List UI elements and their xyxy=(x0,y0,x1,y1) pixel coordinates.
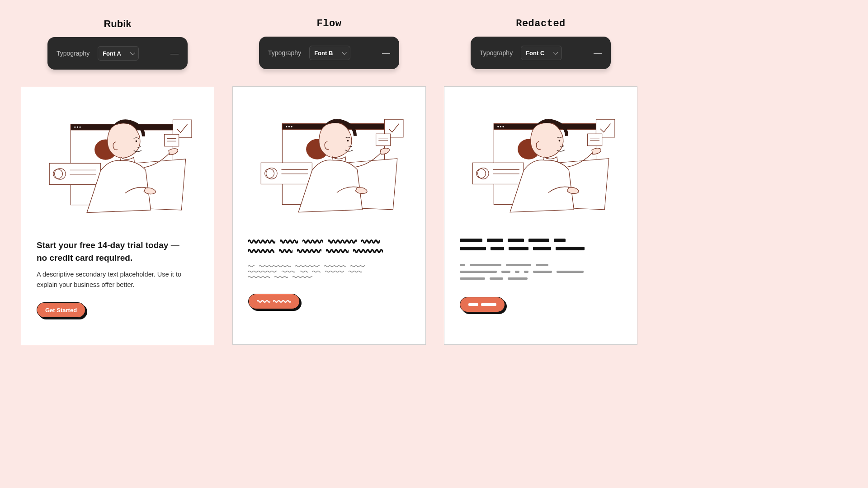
svg-point-35 xyxy=(500,126,501,127)
svg-point-36 xyxy=(503,126,504,127)
svg-point-2 xyxy=(74,127,75,128)
hero-illustration xyxy=(248,99,410,217)
preview-card: Start your free 14-day trial today —no c… xyxy=(21,87,214,345)
font-select-value: Font A xyxy=(103,50,121,57)
collapse-icon[interactable]: — xyxy=(594,49,602,57)
collapse-icon[interactable]: — xyxy=(170,49,179,57)
collapse-icon[interactable]: — xyxy=(382,49,390,57)
font-select-value: Font B xyxy=(314,50,333,56)
font-select[interactable]: Font B xyxy=(309,46,350,60)
card-subtext: A descriptive secondary text placeholder… xyxy=(37,269,181,290)
card-heading: Start your free 14-day trial today —no c… xyxy=(37,239,186,264)
svg-point-15 xyxy=(136,141,137,142)
font-select[interactable]: Font C xyxy=(521,46,562,60)
column-title: Redacted xyxy=(516,18,566,29)
column-redacted: Redacted Typography Font C — xyxy=(444,18,637,345)
cta-wrap xyxy=(248,294,300,309)
preview-card xyxy=(232,86,426,345)
get-started-button[interactable]: Get Started xyxy=(37,302,85,318)
card-heading-placeholder xyxy=(248,239,397,258)
svg-point-34 xyxy=(497,126,499,127)
hero-illustration xyxy=(37,100,198,217)
card-subtext-placeholder xyxy=(460,264,622,284)
svg-point-19 xyxy=(288,126,290,127)
toolbar-label: Typography xyxy=(480,49,513,56)
column-rubik: Rubik Typography Font A — xyxy=(21,18,214,345)
get-started-button[interactable] xyxy=(248,294,300,309)
svg-rect-5 xyxy=(49,163,100,184)
svg-rect-43 xyxy=(588,134,602,145)
svg-point-3 xyxy=(77,127,78,128)
svg-rect-27 xyxy=(376,134,391,145)
column-title: Rubik xyxy=(104,18,131,30)
chevron-down-icon xyxy=(553,50,558,55)
cta-wrap xyxy=(460,297,505,312)
svg-point-31 xyxy=(347,140,349,141)
cta-wrap: Get Started xyxy=(37,302,85,318)
toolbar-label: Typography xyxy=(268,49,301,56)
preview-card xyxy=(444,86,637,345)
svg-rect-11 xyxy=(165,134,179,146)
chevron-down-icon xyxy=(342,50,347,55)
toolbar-label: Typography xyxy=(57,50,90,57)
typography-toolbar: Typography Font B — xyxy=(259,37,399,69)
column-title: Flow xyxy=(317,18,342,29)
chevron-down-icon xyxy=(130,50,135,55)
svg-point-4 xyxy=(80,127,81,128)
get-started-button[interactable] xyxy=(460,297,505,312)
typography-toolbar: Typography Font C — xyxy=(471,37,611,69)
cta-label: Get Started xyxy=(45,307,77,314)
svg-rect-21 xyxy=(261,163,312,184)
card-heading-placeholder xyxy=(460,239,609,255)
svg-rect-37 xyxy=(472,163,524,184)
font-select-value: Font C xyxy=(526,50,544,56)
typography-toolbar: Typography Font A — xyxy=(47,37,188,70)
svg-point-18 xyxy=(286,126,287,127)
column-flow: Flow Typography Font B — xyxy=(232,18,426,345)
card-subtext-placeholder xyxy=(248,265,410,281)
font-select[interactable]: Font A xyxy=(98,46,139,61)
svg-point-20 xyxy=(291,126,292,127)
hero-illustration xyxy=(460,99,622,217)
svg-point-47 xyxy=(559,140,560,141)
